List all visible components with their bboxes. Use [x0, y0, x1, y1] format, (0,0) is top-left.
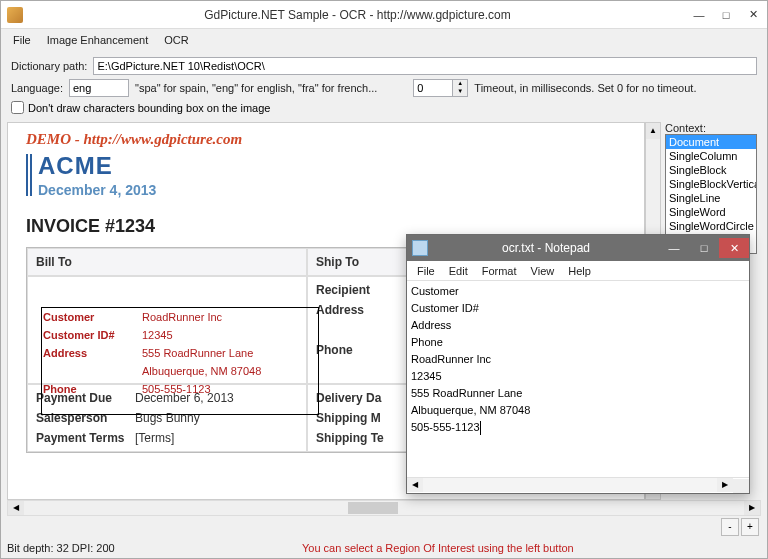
resize-grip-icon[interactable]: [733, 479, 749, 493]
scroll-up-icon[interactable]: ▲: [646, 123, 660, 139]
payment-terms-label: Payment Terms: [36, 431, 131, 445]
scrollbar-thumb[interactable]: [348, 502, 398, 514]
shipping-terms-label: Shipping Te: [316, 431, 411, 445]
bitdepth-value: 32: [57, 542, 69, 554]
dictionary-path-label: Dictionary path:: [11, 60, 87, 72]
timeout-input[interactable]: [413, 79, 453, 97]
notepad-hscroll[interactable]: ◀ ▶: [407, 477, 749, 493]
notepad-menu-edit[interactable]: Edit: [443, 264, 474, 278]
bounding-box-label: Don't draw characters bounding box on th…: [28, 102, 270, 114]
notepad-textarea[interactable]: Customer Customer ID# Address Phone Road…: [407, 281, 749, 477]
menu-ocr[interactable]: OCR: [158, 32, 194, 48]
window-title: GdPicture.NET Sample - OCR - http://www.…: [29, 8, 686, 22]
menubar: File Image Enhancement OCR: [1, 29, 767, 51]
roi-custid-label: Customer ID#: [43, 329, 138, 341]
roi-address-value1: 555 RoadRunner Lane: [142, 347, 317, 359]
status-bar: Bit depth: 32 DPI: 200 You can select a …: [1, 538, 767, 558]
notepad-maximize-button[interactable]: □: [689, 238, 719, 258]
salesperson-value: Bugs Bunny: [135, 411, 298, 425]
acme-logo-bar: [26, 154, 32, 196]
next-page-button[interactable]: +: [741, 518, 759, 536]
np-scroll-left-icon[interactable]: ◀: [407, 478, 423, 492]
language-input[interactable]: [69, 79, 129, 97]
delivery-date-label: Delivery Da: [316, 391, 411, 405]
roi-customer-value: RoadRunner Inc: [142, 311, 317, 323]
ship-phone-label: Phone: [316, 343, 411, 357]
page-nav: - +: [1, 516, 767, 538]
shipping-method-label: Shipping M: [316, 411, 411, 425]
close-button[interactable]: ✕: [740, 5, 766, 25]
bounding-box-checkbox[interactable]: [11, 101, 24, 114]
notepad-menu-format[interactable]: Format: [476, 264, 523, 278]
minimize-button[interactable]: —: [686, 5, 712, 25]
spinner-up-icon[interactable]: ▲: [453, 80, 467, 88]
language-label: Language:: [11, 82, 63, 94]
roi-customer-label: Customer: [43, 311, 138, 323]
notepad-minimize-button[interactable]: —: [659, 238, 689, 258]
notepad-icon: [412, 240, 428, 256]
context-item-singleblock[interactable]: SingleBlock: [666, 163, 756, 177]
main-titlebar[interactable]: GdPicture.NET Sample - OCR - http://www.…: [1, 1, 767, 29]
context-item-singlewordcircle[interactable]: SingleWordCircle: [666, 219, 756, 233]
notepad-close-button[interactable]: ✕: [719, 238, 749, 258]
dictionary-path-input[interactable]: [93, 57, 757, 75]
salesperson-label: Salesperson: [36, 411, 131, 425]
maximize-button[interactable]: □: [713, 5, 739, 25]
settings-panel: Dictionary path: Language: "spa" for spa…: [1, 51, 767, 118]
roi-phone-value: 505-555-1123: [142, 383, 317, 395]
billto-header: Bill To: [27, 248, 307, 276]
menu-image-enhancement[interactable]: Image Enhancement: [41, 32, 155, 48]
ship-recipient-label: Recipient: [316, 283, 411, 297]
roi-address-value2: Albuquerque, NM 87048: [142, 365, 317, 377]
context-item-document[interactable]: Document: [666, 135, 756, 149]
invoice-date: December 4, 2013: [38, 182, 156, 198]
context-item-singlecolumn[interactable]: SingleColumn: [666, 149, 756, 163]
status-hint: You can select a Region Of Interest usin…: [115, 542, 761, 554]
notepad-menu-help[interactable]: Help: [562, 264, 597, 278]
ship-address-label: Address: [316, 303, 411, 317]
horizontal-scrollbar[interactable]: ◀ ▶: [7, 500, 761, 516]
ocr-roi-content: CustomerRoadRunner Inc Customer ID#12345…: [43, 311, 317, 395]
dpi-label: DPI:: [72, 542, 93, 554]
dpi-value: 200: [96, 542, 114, 554]
notepad-menu-view[interactable]: View: [525, 264, 561, 278]
context-label: Context:: [665, 122, 757, 134]
roi-phone-label: Phone: [43, 383, 138, 395]
context-item-singleword[interactable]: SingleWord: [666, 205, 756, 219]
scroll-left-icon[interactable]: ◀: [8, 501, 24, 515]
prev-page-button[interactable]: -: [721, 518, 739, 536]
timeout-spinner[interactable]: ▲▼: [413, 79, 468, 97]
np-scroll-right-icon[interactable]: ▶: [717, 478, 733, 492]
text-caret: [480, 421, 481, 435]
context-item-singleblockvertical[interactable]: SingleBlockVertical: [666, 177, 756, 191]
company-name: ACME: [38, 152, 156, 180]
notepad-menu-file[interactable]: File: [411, 264, 441, 278]
notepad-titlebar[interactable]: ocr.txt - Notepad — □ ✕: [407, 235, 749, 261]
roi-address-label: Address: [43, 347, 138, 359]
spinner-down-icon[interactable]: ▼: [453, 88, 467, 96]
payment-terms-value: [Terms]: [135, 431, 298, 445]
notepad-menubar: File Edit Format View Help: [407, 261, 749, 281]
app-icon: [7, 7, 23, 23]
timeout-hint: Timeout, in milliseconds. Set 0 for no t…: [474, 82, 696, 94]
scroll-right-icon[interactable]: ▶: [744, 501, 760, 515]
language-hint: "spa" for spain, "eng" for english, "fra…: [135, 82, 377, 94]
notepad-title: ocr.txt - Notepad: [433, 241, 659, 255]
demo-watermark: DEMO - http://www.gdpicture.com: [26, 131, 626, 148]
roi-custid-value: 12345: [142, 329, 317, 341]
context-item-singleline[interactable]: SingleLine: [666, 191, 756, 205]
notepad-window[interactable]: ocr.txt - Notepad — □ ✕ File Edit Format…: [406, 234, 750, 494]
menu-file[interactable]: File: [7, 32, 37, 48]
bitdepth-label: Bit depth:: [7, 542, 53, 554]
